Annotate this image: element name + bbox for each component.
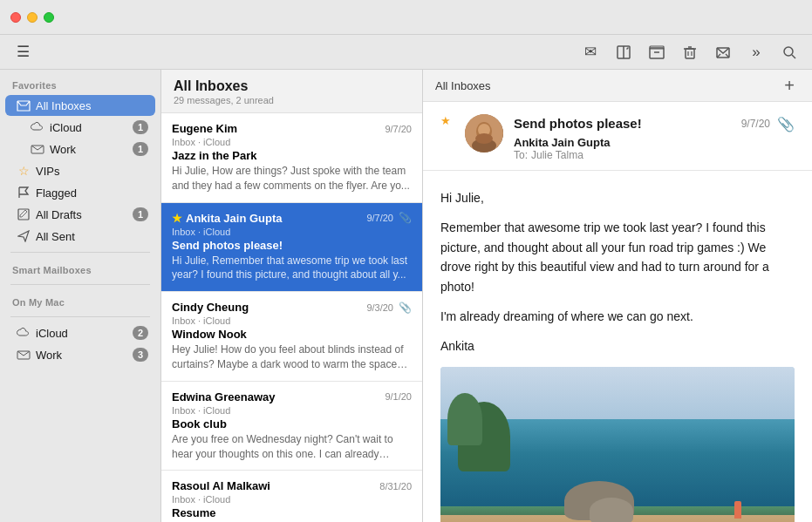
message-item-2[interactable]: ★ Ankita Jain Gupta 9/7/20 📎 Inbox · iCl… [161, 203, 422, 293]
preview-3: Hey Julie! How do you feel about blinds … [172, 342, 412, 372]
sender-5: Rasoul Al Malkawi [172, 479, 270, 492]
all-inboxes-label: All Inboxes [36, 99, 148, 112]
icloud-section-icon [16, 325, 31, 341]
on-my-mac-header: On My Mac [0, 290, 160, 311]
sidebar-item-all-drafts[interactable]: All Drafts 1 [5, 204, 155, 225]
panel-title: All Inboxes [174, 78, 410, 94]
sidebar-item-work-section[interactable]: Work 3 [5, 344, 155, 365]
work-section-label: Work [36, 349, 133, 362]
work-badge: 1 [133, 142, 148, 156]
email-subject-line: Send photos please! 9/7/20 📎 [514, 114, 795, 132]
all-drafts-label: All Drafts [36, 208, 133, 221]
sender-4: Edwina Greenaway [172, 390, 276, 403]
subject-3: Window Nook [172, 328, 412, 341]
email-subject: Send photos please! [514, 116, 642, 131]
date-4: 9/1/20 [385, 391, 412, 402]
sidebar-item-vips[interactable]: ☆ VIPs [5, 160, 155, 181]
compose-icon[interactable] [613, 42, 634, 63]
toolbar-right: ✉ [580, 42, 800, 63]
search-icon[interactable] [779, 42, 800, 63]
icloud-label: iCloud [50, 121, 133, 134]
sidebar-item-flagged[interactable]: Flagged [5, 182, 155, 203]
sidebar-item-all-inboxes[interactable]: All Inboxes [5, 95, 155, 116]
icloud-icon [30, 119, 45, 135]
date-3: 9/3/20 [366, 302, 393, 313]
all-sent-label: All Sent [36, 230, 148, 243]
svg-rect-5 [686, 49, 694, 58]
email-header-info: Send photos please! 9/7/20 📎 Ankita Jain… [514, 114, 795, 161]
work-section-badge: 3 [133, 348, 148, 362]
email-header: ★ Send photos please! [423, 102, 812, 171]
attachment-icon-2: 📎 [399, 212, 412, 224]
all-drafts-badge: 1 [133, 207, 148, 221]
scene-rock-2 [590, 498, 633, 522]
email-attachment-icon: 📎 [777, 116, 795, 132]
scene-person [734, 501, 741, 519]
avatar-image [465, 114, 503, 153]
email-star-icon[interactable]: ★ [440, 114, 451, 127]
body-signature: Ankita [440, 336, 795, 356]
work-mail-icon [30, 141, 45, 157]
star-icon-2: ★ [172, 212, 182, 225]
favorites-header: Favorites [0, 73, 160, 94]
subject-1: Jazz in the Park [172, 149, 412, 162]
message-list-panel: All Inboxes 29 messages, 2 unread Eugene… [161, 70, 423, 522]
sidebar-item-icloud[interactable]: iCloud 1 [5, 117, 155, 138]
top-toolbar: ☰ ✉ [0, 35, 812, 70]
divider-3 [10, 316, 150, 317]
reading-pane: All Inboxes + ★ [423, 70, 812, 522]
sidebar-item-work[interactable]: Work 1 [5, 139, 155, 159]
drafts-icon [16, 207, 31, 222]
sidebar-item-icloud-section[interactable]: iCloud 2 [5, 322, 155, 343]
add-mailbox-button[interactable]: + [779, 75, 800, 96]
attachment-icon-3: 📎 [399, 302, 412, 314]
archive-icon[interactable] [646, 42, 667, 63]
panel-subtitle: 29 messages, 2 unread [174, 95, 410, 105]
icloud-badge: 1 [133, 120, 148, 134]
maximize-button[interactable] [44, 12, 54, 23]
sidebar-item-all-sent[interactable]: All Sent [5, 226, 155, 247]
divider-1 [10, 252, 150, 253]
divider-2 [10, 284, 150, 285]
email-to-line: To: Julie Talma [514, 149, 795, 161]
date-2: 9/7/20 [366, 213, 393, 223]
flagged-icon [16, 185, 31, 200]
source-1: Inbox · iCloud [172, 137, 412, 147]
scene-tree-2 [447, 393, 482, 445]
email-photo [440, 367, 795, 522]
get-mail-icon[interactable]: ✉ [580, 42, 601, 63]
delete-icon[interactable] [679, 42, 700, 63]
message-list: Eugene Kim 9/7/20 Inbox · iCloud Jazz in… [161, 113, 422, 522]
icloud-section-badge: 2 [133, 326, 148, 340]
sender-2: ★ Ankita Jain Gupta [172, 212, 283, 225]
source-2: Inbox · iCloud [172, 227, 412, 237]
email-body: Hi Julie, Remember that awesome trip we … [423, 171, 812, 522]
vips-label: VIPs [36, 165, 148, 178]
close-button[interactable] [10, 12, 21, 23]
minimize-button[interactable] [27, 12, 38, 23]
scene [440, 367, 795, 522]
email-from: Ankita Jain Gupta [514, 136, 611, 149]
message-item-4[interactable]: Edwina Greenaway 9/1/20 Inbox · iCloud B… [161, 382, 422, 471]
email-to-name: Julie Talma [531, 149, 583, 161]
flagged-label: Flagged [36, 186, 148, 200]
email-to-label: To: [514, 149, 528, 161]
title-bar [0, 0, 812, 35]
date-5: 8/31/20 [379, 481, 412, 491]
filter-icon[interactable]: ☰ [12, 42, 33, 63]
svg-rect-16 [18, 209, 29, 220]
source-4: Inbox · iCloud [172, 405, 412, 416]
more-icon[interactable]: » [746, 42, 767, 63]
message-item-1[interactable]: Eugene Kim 9/7/20 Inbox · iCloud Jazz in… [161, 113, 422, 203]
sidebar: Favorites All Inboxes iCloud 1 [0, 70, 161, 522]
body-paragraph: Remember that awesome trip we took last … [440, 218, 795, 296]
reading-pane-title: All Inboxes [435, 79, 491, 92]
traffic-lights [10, 12, 54, 23]
message-item-3[interactable]: Cindy Cheung 9/3/20 📎 Inbox · iCloud Win… [161, 292, 422, 382]
svg-line-14 [792, 55, 795, 58]
message-item-5[interactable]: Rasoul Al Malkawi 8/31/20 Inbox · iCloud… [161, 471, 422, 522]
body-greeting: Hi Julie, [440, 188, 795, 207]
main-layout: Favorites All Inboxes iCloud 1 [0, 70, 812, 522]
reading-pane-topbar: All Inboxes + [423, 70, 812, 102]
junk-icon[interactable] [713, 42, 734, 63]
